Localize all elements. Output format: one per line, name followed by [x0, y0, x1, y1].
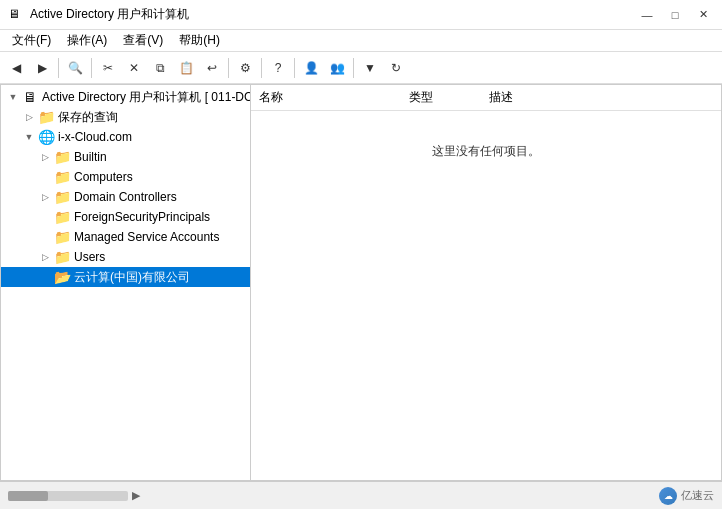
title-bar-left: 🖥 Active Directory 用户和计算机	[8, 6, 189, 23]
tree-item-msa[interactable]: 📁 Managed Service Accounts	[1, 227, 250, 247]
toolbar-separator	[228, 58, 229, 78]
menu-item-文件(F)[interactable]: 文件(F)	[4, 30, 59, 51]
toolbar: ◀▶🔍✂✕⧉📋↩⚙?👤👥▼↻	[0, 52, 722, 84]
scroll-arrow-right: ▶	[132, 489, 140, 502]
domain-folder-icon: 🌐	[37, 129, 55, 145]
no-expand-computers	[37, 169, 53, 185]
yunjs-folder-icon: 📂	[53, 269, 71, 285]
domain-label: i-x-Cloud.com	[58, 130, 132, 144]
scroll-indicator	[8, 491, 128, 501]
tree-item-users[interactable]: ▷ 📁 Users	[1, 247, 250, 267]
toolbar-btn-new-group[interactable]: 👥	[325, 56, 349, 80]
right-panel: 名称 类型 描述 这里没有任何项目。	[251, 85, 721, 480]
col-type[interactable]: 类型	[401, 87, 481, 108]
watermark-icon: ☁	[659, 487, 677, 505]
scroll-thumb	[8, 491, 48, 501]
status-bar: ▶ ☁ 亿速云	[0, 481, 722, 509]
col-name[interactable]: 名称	[251, 87, 401, 108]
no-expand-msa	[37, 229, 53, 245]
window-controls: — □ ✕	[634, 5, 716, 25]
tree-item-builtin[interactable]: ▷ 📁 Builtin	[1, 147, 250, 167]
dc-folder-icon: 📁	[53, 189, 71, 205]
expand-users-icon: ▷	[37, 249, 53, 265]
root-icon: 🖥	[21, 89, 39, 105]
tree-panel: ▼ 🖥 Active Directory 用户和计算机 [ 011-DC01 ▷…	[1, 85, 251, 480]
msa-folder-icon: 📁	[53, 229, 71, 245]
minimize-button[interactable]: —	[634, 5, 660, 25]
status-scroll: ▶	[8, 489, 140, 502]
toolbar-btn-search[interactable]: 🔍	[63, 56, 87, 80]
tree-item-yunjs[interactable]: 📂 云计算(中国)有限公司	[1, 267, 250, 287]
expand-root-icon: ▼	[5, 89, 21, 105]
toolbar-btn-filter[interactable]: ▼	[358, 56, 382, 80]
fsp-label: ForeignSecurityPrincipals	[74, 210, 210, 224]
expand-domain-icon: ▼	[21, 129, 37, 145]
watermark-text: 亿速云	[681, 488, 714, 503]
toolbar-separator	[91, 58, 92, 78]
restore-button[interactable]: □	[662, 5, 688, 25]
builtin-label: Builtin	[74, 150, 107, 164]
window-title: Active Directory 用户和计算机	[30, 6, 189, 23]
title-bar: 🖥 Active Directory 用户和计算机 — □ ✕	[0, 0, 722, 30]
root-label: Active Directory 用户和计算机 [ 011-DC01	[42, 89, 251, 106]
tree-root[interactable]: ▼ 🖥 Active Directory 用户和计算机 [ 011-DC01	[1, 87, 250, 107]
users-folder-icon: 📁	[53, 249, 71, 265]
main-container: ▼ 🖥 Active Directory 用户和计算机 [ 011-DC01 ▷…	[0, 84, 722, 481]
menu-item-帮助(H)[interactable]: 帮助(H)	[171, 30, 228, 51]
toolbar-separator	[58, 58, 59, 78]
toolbar-separator	[261, 58, 262, 78]
toolbar-separator	[353, 58, 354, 78]
users-label: Users	[74, 250, 105, 264]
watermark-cloud-icon: ☁	[664, 491, 673, 501]
tree-item-computers[interactable]: 📁 Computers	[1, 167, 250, 187]
tree-item-fsp[interactable]: 📁 ForeignSecurityPrincipals	[1, 207, 250, 227]
toolbar-btn-properties[interactable]: ⚙	[233, 56, 257, 80]
tree-item-dc[interactable]: ▷ 📁 Domain Controllers	[1, 187, 250, 207]
saved-queries-label: 保存的查询	[58, 109, 118, 126]
no-expand-fsp	[37, 209, 53, 225]
menu-item-查看(V)[interactable]: 查看(V)	[115, 30, 171, 51]
toolbar-separator	[294, 58, 295, 78]
toolbar-btn-cut[interactable]: ✂	[96, 56, 120, 80]
toolbar-btn-forward[interactable]: ▶	[30, 56, 54, 80]
close-button[interactable]: ✕	[690, 5, 716, 25]
expand-saved-queries-icon: ▷	[21, 109, 37, 125]
app-icon: 🖥	[8, 7, 24, 23]
empty-message: 这里没有任何项目。	[251, 111, 721, 191]
watermark: ☁ 亿速云	[659, 487, 714, 505]
fsp-folder-icon: 📁	[53, 209, 71, 225]
menu-bar: 文件(F)操作(A)查看(V)帮助(H)	[0, 30, 722, 52]
msa-label: Managed Service Accounts	[74, 230, 219, 244]
toolbar-btn-back[interactable]: ◀	[4, 56, 28, 80]
toolbar-btn-delete[interactable]: ✕	[122, 56, 146, 80]
toolbar-btn-help[interactable]: ?	[266, 56, 290, 80]
toolbar-btn-undo[interactable]: ↩	[200, 56, 224, 80]
tree-item-domain[interactable]: ▼ 🌐 i-x-Cloud.com	[1, 127, 250, 147]
builtin-folder-icon: 📁	[53, 149, 71, 165]
col-desc[interactable]: 描述	[481, 87, 561, 108]
no-expand-yunjs	[37, 269, 53, 285]
computers-label: Computers	[74, 170, 133, 184]
yunjs-label: 云计算(中国)有限公司	[74, 269, 190, 286]
toolbar-btn-refresh[interactable]: ↻	[384, 56, 408, 80]
right-panel-header: 名称 类型 描述	[251, 85, 721, 111]
toolbar-btn-copy[interactable]: ⧉	[148, 56, 172, 80]
expand-builtin-icon: ▷	[37, 149, 53, 165]
dc-label: Domain Controllers	[74, 190, 177, 204]
saved-queries-folder-icon: 📁	[37, 109, 55, 125]
toolbar-btn-new-user[interactable]: 👤	[299, 56, 323, 80]
expand-dc-icon: ▷	[37, 189, 53, 205]
menu-item-操作(A)[interactable]: 操作(A)	[59, 30, 115, 51]
computers-folder-icon: 📁	[53, 169, 71, 185]
tree-item-saved-queries[interactable]: ▷ 📁 保存的查询	[1, 107, 250, 127]
toolbar-btn-paste[interactable]: 📋	[174, 56, 198, 80]
